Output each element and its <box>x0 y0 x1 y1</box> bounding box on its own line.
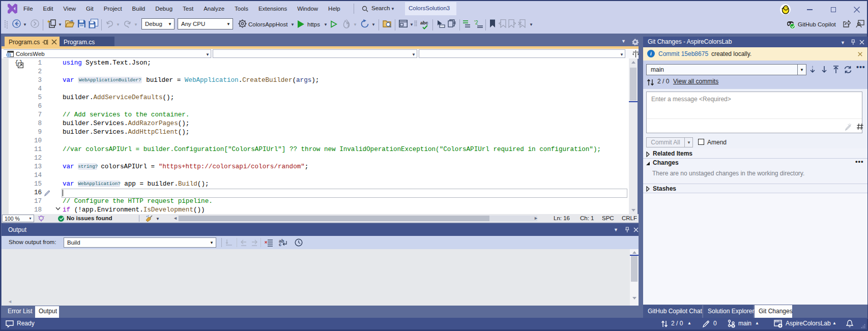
svg-text:c: c <box>279 242 281 247</box>
svg-text:'2: '2 <box>474 20 478 25</box>
